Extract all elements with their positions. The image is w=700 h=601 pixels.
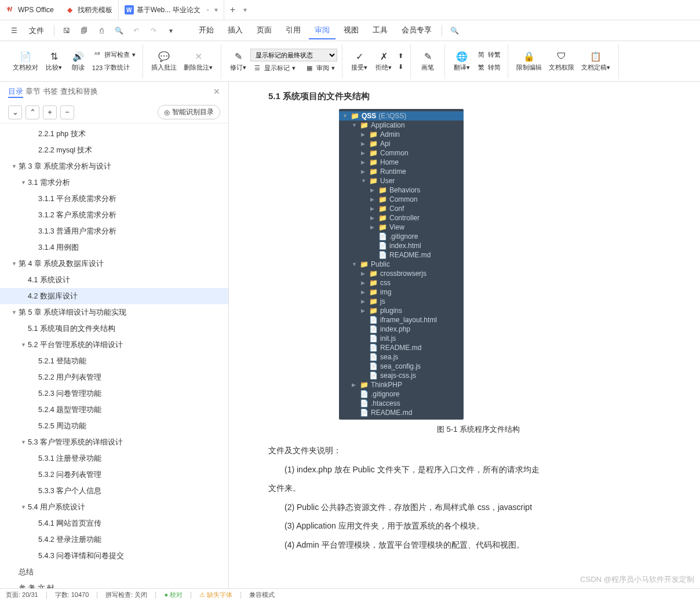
toc-item[interactable]: 5.2.1 登陆功能: [0, 353, 228, 369]
menu-7[interactable]: 会员专享: [396, 22, 437, 39]
menu-6[interactable]: 工具: [367, 22, 393, 39]
tab-templates[interactable]: ◆ 找稻壳模板: [60, 1, 119, 19]
smart-toc-button[interactable]: ◎ 智能识别目录: [158, 105, 220, 119]
document-viewport[interactable]: 5.1 系统项目的文件夹结构 ▼📁 QSS (E:\QSS)▼📁 Applica…: [229, 82, 700, 588]
tab-overflow-icon[interactable]: ▾: [243, 6, 247, 14]
proof-status[interactable]: ● 校对: [164, 591, 183, 599]
toc-item[interactable]: 5.3.1 注册登录功能: [0, 450, 228, 467]
doc-final-button[interactable]: 📋文档定稿▾: [578, 49, 614, 73]
new-icon[interactable]: 🗐: [76, 23, 92, 39]
revise-button[interactable]: ✎修订▾: [226, 49, 250, 73]
file-menu[interactable]: 文件: [23, 23, 50, 39]
menu-3[interactable]: 引用: [280, 22, 307, 39]
toc-item[interactable]: 总结: [0, 564, 228, 580]
spell-status[interactable]: 拼写检查: 关闭: [105, 591, 147, 599]
menu-bar: ☰ 文件 🖫 🗐 ⎙ 🔍 ↶ ↷ ▾ 开始插入页面引用审阅视图工具会员专享 🔍: [0, 20, 700, 41]
menu-0[interactable]: 开始: [193, 22, 220, 39]
close-icon[interactable]: ✕: [213, 87, 220, 96]
print-icon[interactable]: ⎙: [93, 23, 110, 39]
sidebar-tab-2[interactable]: 书签: [43, 87, 58, 96]
doc-permission-button[interactable]: 🛡文档权限: [545, 49, 578, 73]
to-traditional-button[interactable]: 简转繁: [474, 49, 503, 61]
toc-item[interactable]: 3.1.1 平台系统需求分析: [0, 191, 228, 207]
prev-change-icon[interactable]: ⬆: [396, 51, 406, 61]
document-page: 5.1 系统项目的文件夹结构 ▼📁 QSS (E:\QSS)▼📁 Applica…: [229, 82, 700, 588]
toc-item[interactable]: ▼第 4 章 系统及数据库设计: [0, 256, 228, 272]
toc-item[interactable]: 参 考 文 献: [0, 580, 228, 588]
expand-up-button[interactable]: ⌃: [25, 105, 39, 119]
word-count[interactable]: 字数: 10470: [55, 591, 89, 599]
toc-item[interactable]: 5.2.5 周边功能: [0, 418, 228, 434]
accept-button[interactable]: ✓接受▾: [347, 49, 371, 73]
watermark: CSDN @程序员小马软件开发定制: [580, 574, 694, 585]
toc-item[interactable]: 5.2.2 用户列表管理: [0, 369, 228, 385]
sidebar-tab-0[interactable]: 目录: [8, 87, 23, 98]
toc-item[interactable]: ▼5.4 用户系统设计: [0, 499, 228, 515]
page-indicator[interactable]: 页面: 20/31: [6, 591, 38, 599]
preview-icon[interactable]: 🔍: [111, 23, 127, 39]
tab-document[interactable]: W 基于Web... 毕业论文 ▫ ▾: [119, 1, 224, 19]
add-heading-button[interactable]: +: [43, 105, 57, 119]
compat-mode[interactable]: 兼容模式: [249, 591, 275, 599]
next-change-icon[interactable]: ⬇: [396, 62, 406, 72]
translate-button[interactable]: 🌐翻译▾: [450, 49, 474, 73]
to-simplified-button[interactable]: 繁转简: [474, 62, 503, 74]
read-aloud-button[interactable]: 🔊朗读: [66, 49, 90, 73]
paragraph: 文件来。: [268, 480, 688, 496]
delete-comment-button[interactable]: ✕删除批注▾: [180, 49, 216, 73]
toc-item[interactable]: 4.1 系统设计: [0, 272, 228, 288]
compare-button[interactable]: ⇅比较▾: [42, 49, 66, 73]
toc-item[interactable]: 5.3.3 客户个人信息: [0, 483, 228, 499]
search-icon[interactable]: 🔍: [446, 23, 462, 39]
restrict-edit-button[interactable]: 🔒限制编辑: [513, 49, 545, 73]
toc-item[interactable]: ▼第 5 章 系统详细设计与功能实现: [0, 304, 228, 320]
tab-menu-icon[interactable]: ▫: [207, 6, 209, 14]
missing-font-status[interactable]: ⚠ 缺失字体: [199, 591, 232, 599]
toc-item[interactable]: 3.1.2 客户系统需求分析: [0, 207, 228, 223]
spell-check-button[interactable]: ᴬᴮ拼写检查▾: [90, 49, 138, 61]
paragraph: (1) index.php 放在 Public 文件夹下，是程序入口文件，所有的…: [268, 462, 688, 478]
toc-item[interactable]: ▼5.2 平台管理系统的详细设计: [0, 337, 228, 353]
toc-item[interactable]: 3.1.3 普通用户需求分析: [0, 223, 228, 239]
menu-2[interactable]: 页面: [251, 22, 278, 39]
review-button[interactable]: ▦审阅▾: [302, 63, 337, 74]
toc-item[interactable]: 5.4.3 问卷详情和问卷提交: [0, 548, 228, 564]
menu-5[interactable]: 视图: [338, 22, 364, 39]
sidebar-tab-1[interactable]: 章节: [25, 87, 41, 96]
add-tab-button[interactable]: +: [224, 5, 241, 15]
undo-icon[interactable]: ↶: [128, 23, 144, 39]
file-tree-image: ▼📁 QSS (E:\QSS)▼📁 Application▶📁 Admin▶📁 …: [339, 109, 464, 420]
toc-item[interactable]: 2.2.2 mysql 技术: [0, 142, 228, 158]
save-icon[interactable]: 🖫: [59, 23, 75, 39]
redo-icon[interactable]: ↷: [145, 23, 162, 39]
doc-check-button[interactable]: 📄文档校对: [9, 49, 42, 73]
hamburger-icon[interactable]: ☰: [6, 23, 22, 39]
menu-4[interactable]: 审阅: [309, 22, 336, 39]
menu-more-icon[interactable]: ▾: [163, 23, 179, 39]
toc-item[interactable]: 5.1 系统项目的文件夹结构: [0, 320, 228, 337]
reject-button[interactable]: ✗拒绝▾: [371, 49, 396, 73]
sidebar-tabs: 目录章节书签查找和替换 ✕: [0, 82, 228, 101]
toc-item[interactable]: 5.3.2 问卷列表管理: [0, 467, 228, 483]
mark-state-select[interactable]: 显示标记的最终状态: [250, 49, 337, 61]
toc-item[interactable]: ▼3.1 需求分析: [0, 174, 228, 191]
menu-1[interactable]: 插入: [222, 22, 249, 39]
toc-item[interactable]: 5.4.1 网站首页宣传: [0, 515, 228, 531]
toc-item[interactable]: 3.1.4 用例图: [0, 239, 228, 256]
toc-item[interactable]: ▼第 3 章 系统需求分析与设计: [0, 158, 228, 174]
collapse-all-button[interactable]: ⌄: [8, 105, 22, 119]
pen-button[interactable]: ✎画笔: [415, 49, 440, 73]
toc-item[interactable]: 5.4.2 登录注册功能: [0, 531, 228, 548]
rice-icon: ◆: [65, 5, 75, 14]
word-count-button[interactable]: 123字数统计: [90, 62, 138, 74]
show-mark-button[interactable]: ☰显示标记▾: [250, 63, 298, 74]
toc-item[interactable]: 2.2.1 php 技术: [0, 126, 228, 142]
toc-item[interactable]: ▼5.3 客户管理系统的详细设计: [0, 434, 228, 450]
toc-item[interactable]: 5.2.4 题型管理功能: [0, 402, 228, 418]
toc-item[interactable]: 5.2.3 问卷管理功能: [0, 385, 228, 402]
remove-heading-button[interactable]: −: [60, 105, 74, 119]
toc-item[interactable]: 4.2 数据库设计: [0, 288, 228, 304]
insert-comment-button[interactable]: 💬插入批注: [148, 49, 180, 73]
tab-dropdown-icon[interactable]: ▾: [214, 6, 218, 14]
sidebar-tab-3[interactable]: 查找和替换: [60, 87, 98, 96]
